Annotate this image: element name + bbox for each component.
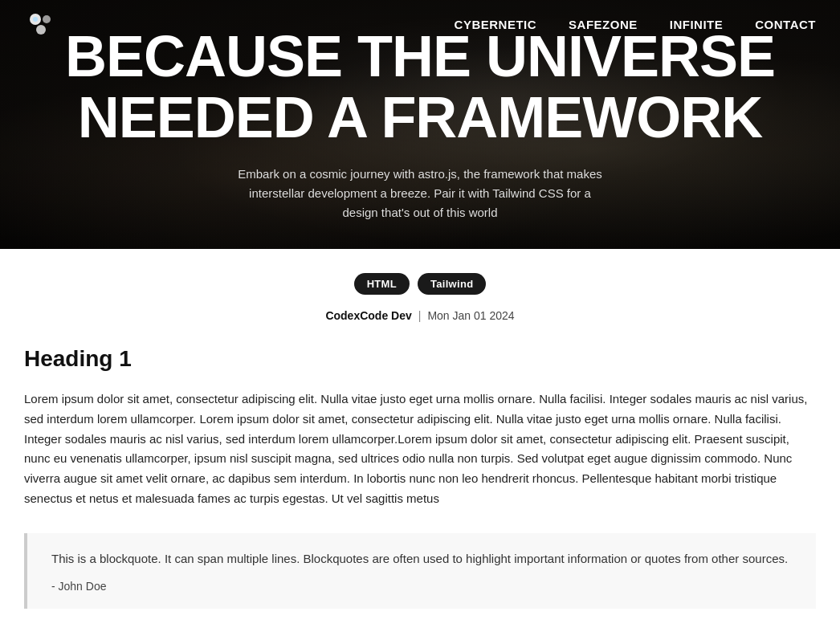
svg-point-2 xyxy=(36,25,46,35)
article-body: Lorem ipsum dolor sit amet, consectetur … xyxy=(24,389,816,509)
tag-tailwind[interactable]: Tailwind xyxy=(418,273,486,295)
tags-row: HTML Tailwind xyxy=(24,273,816,295)
hero-content: BECAUSE THE UNIVERSE NEEDED A FRAMEWORK … xyxy=(17,26,823,222)
nav-link-cybernetic[interactable]: CYBERNETIC xyxy=(455,18,537,31)
nav-link-contact[interactable]: CONTACT xyxy=(755,18,816,31)
svg-point-3 xyxy=(33,17,38,22)
tag-html[interactable]: HTML xyxy=(354,273,410,295)
meta-row: CodexCode Dev | Mon Jan 01 2024 xyxy=(24,309,816,322)
logo[interactable] xyxy=(24,8,58,42)
nav-item-safezone[interactable]: SAFEZONE xyxy=(569,18,638,32)
logo-icon xyxy=(24,8,58,42)
nav-item-infinite[interactable]: INFINITE xyxy=(670,18,724,32)
nav-links: CYBERNETIC SAFEZONE INFINITE CONTACT xyxy=(455,18,816,32)
hero-title-line2: NEEDED A FRAMEWORK xyxy=(78,85,763,149)
navbar: CYBERNETIC SAFEZONE INFINITE CONTACT xyxy=(0,0,840,50)
blockquote-author: - John Doe xyxy=(51,580,792,593)
nav-item-contact[interactable]: CONTACT xyxy=(755,18,816,32)
nav-item-cybernetic[interactable]: CYBERNETIC xyxy=(455,18,537,32)
blockquote-text: This is a blockquote. It can span multip… xyxy=(51,549,792,569)
nav-link-safezone[interactable]: SAFEZONE xyxy=(569,18,638,31)
meta-author: CodexCode Dev xyxy=(325,309,411,322)
svg-point-1 xyxy=(43,15,51,23)
content-area: HTML Tailwind CodexCode Dev | Mon Jan 01… xyxy=(0,249,840,636)
meta-separator: | xyxy=(418,309,422,322)
article-heading1: Heading 1 xyxy=(24,346,816,372)
hero-subtitle: Embark on a cosmic journey with astro.js… xyxy=(235,165,605,222)
nav-link-infinite[interactable]: INFINITE xyxy=(670,18,724,31)
blockquote: This is a blockquote. It can span multip… xyxy=(24,533,816,610)
meta-date: Mon Jan 01 2024 xyxy=(427,309,514,322)
